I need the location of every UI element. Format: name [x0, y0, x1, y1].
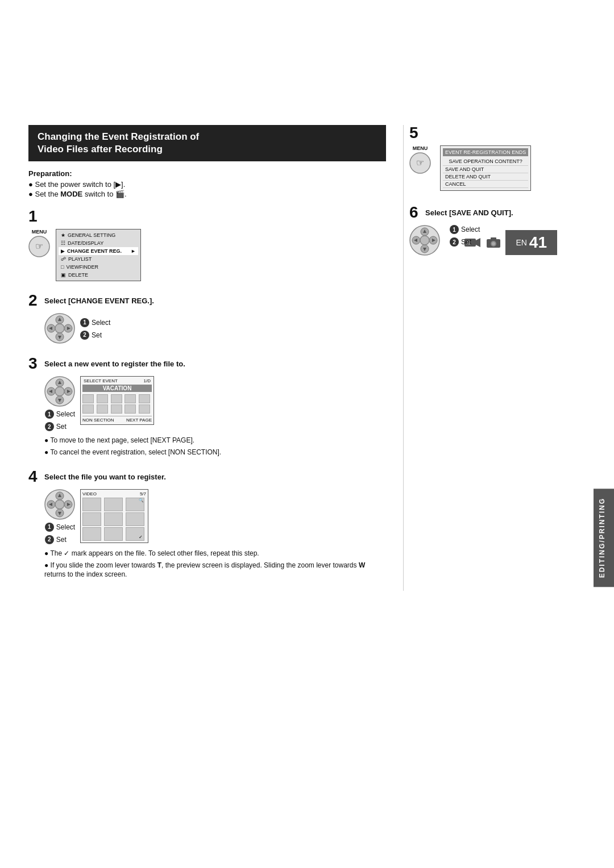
step-4-select: 1 Select [45, 523, 75, 532]
step-6-labels: 1 Select 2 Set [450, 225, 480, 247]
controller-icon-3 [44, 376, 76, 407]
svg-point-24 [55, 387, 64, 396]
step-6-body: 1 Select 2 Set [409, 225, 580, 256]
svg-text:☞: ☞ [416, 158, 424, 168]
step-3-title: Select a new event to register the file … [44, 356, 185, 369]
cancel-row: CANCEL [443, 181, 528, 188]
step-2-number: 2 [28, 293, 41, 308]
step-3-set: 2 Set [45, 422, 75, 431]
menu-item-date: ☷ DATE/DISPLAY [59, 239, 138, 247]
event-grid [82, 394, 152, 414]
menu-hand-icon-1: ☞ [28, 236, 50, 257]
set-label-2: Set [92, 331, 102, 339]
step-2: 2 Select [CHANGE EVENT REG.]. [28, 293, 386, 344]
video-cell-2 [104, 498, 123, 511]
step-5: 5 MENU ☞ EVENT RE-REGISTRATION ENDS [409, 125, 580, 191]
section-title-box: Changing the Event Registration of Video… [28, 125, 386, 161]
event-cell-9 [125, 404, 136, 414]
event-cell-4 [125, 394, 136, 403]
step-4-set: 2 Set [45, 535, 75, 544]
select-event-header: SELECT EVENT 1/D [82, 378, 152, 383]
step-4-body: 1 Select 2 Set [44, 489, 386, 544]
event-cell-5 [139, 394, 150, 403]
side-tab: EDITING/PRINTING [594, 489, 614, 587]
right-column: 5 MENU ☞ EVENT RE-REGISTRATION ENDS [409, 125, 580, 591]
menu-label-1: MENU [32, 229, 47, 235]
step-3-note-1: To move to the next page, select [NEXT P… [44, 436, 386, 445]
next-page-label: NEXT PAGE [126, 418, 152, 423]
step-1-screen: ★ GENERAL SETTING ☷ DATE/DISPLAY ▶ CHANG… [56, 229, 141, 281]
save-op-subtitle: SAVE OPERATION CONTENT? [443, 157, 528, 166]
step-3-select: 1 Select [45, 410, 75, 419]
step-6-title: Select [SAVE AND QUIT]. [425, 205, 513, 218]
step-6-set: 2 Set [450, 237, 480, 247]
step-2-select: 1 Select [80, 318, 110, 327]
svg-text:☞: ☞ [35, 241, 43, 251]
select-label-3: Select [56, 410, 75, 418]
select-label-2: Select [92, 319, 110, 327]
step-5-menu-icon: MENU ☞ [409, 145, 431, 174]
step-4: 4 Select the file you want to register. [28, 469, 386, 579]
step-1: 1 MENU ☞ ★ GENERAL SETTING [28, 208, 386, 281]
video-cell-6 [126, 512, 144, 526]
controller-icon-2 [44, 313, 76, 344]
svg-point-14 [55, 324, 64, 333]
set-label-4: Set [56, 536, 67, 544]
step-2-header: 2 Select [CHANGE EVENT REG.]. [28, 293, 386, 308]
event-cell-8 [111, 404, 122, 414]
step-2-set: 2 Set [80, 331, 110, 340]
step-4-number: 4 [28, 469, 41, 485]
set-label-3: Set [56, 423, 67, 431]
preparation-label: Preparation: [28, 169, 386, 178]
step-2-body: 1 Select 2 Set [44, 313, 386, 344]
video-cell-4 [82, 512, 101, 526]
step-4-notes: The ✓ mark appears on the file. To selec… [44, 549, 386, 579]
step-3-header: 3 Select a new event to register the fil… [28, 356, 386, 372]
controller-icon-4 [44, 489, 76, 520]
menu-hand-icon-5: ☞ [409, 152, 431, 174]
non-section-label: NON SECTION [82, 418, 114, 423]
save-and-quit-row: SAVE AND QUIT [443, 166, 528, 173]
menu-item-playlist: ☍ PLAYLIST [59, 255, 138, 263]
step-3-number: 3 [28, 356, 41, 372]
select-label-4: Select [56, 523, 75, 531]
video-cell-5 [104, 512, 123, 526]
step-1-body: MENU ☞ ★ GENERAL SETTING ☷ DATE/DISPLAY [28, 229, 386, 281]
menu-item-delete: ▣ DELETE [59, 271, 138, 279]
event-cell-1 [82, 394, 94, 403]
select-event-label: SELECT EVENT [84, 378, 118, 383]
step-1-header: 1 [28, 208, 386, 224]
event-cell-7 [97, 404, 108, 414]
step-2-labels: 1 Select 2 Set [80, 318, 110, 340]
menu-item-viewfinder: □ VIEWFINDER [59, 263, 138, 271]
delete-and-quit-row: DELETE AND QUIT [443, 173, 528, 181]
page-container: EN 41 EDITING/PRINTING Changing the Even… [0, 0, 614, 868]
step-6-number: 6 [409, 205, 422, 220]
step-1-number: 1 [28, 208, 41, 224]
event-cell-3 [111, 394, 122, 403]
step-3-labels: 1 Select 2 Set [45, 410, 75, 431]
step-3-body: 1 Select 2 Set [44, 376, 386, 431]
step-4-header: 4 Select the file you want to register. [28, 469, 386, 485]
left-column: Changing the Event Registration of Video… [28, 125, 397, 591]
step-5-body: MENU ☞ EVENT RE-REGISTRATION ENDS SAVE O… [409, 145, 580, 191]
event-cell-2 [97, 394, 108, 403]
re-reg-ends-title: EVENT RE-REGISTRATION ENDS [443, 148, 528, 156]
svg-point-34 [55, 500, 64, 509]
menu-item-change-event: ▶ CHANGE EVENT REG. ► [59, 247, 138, 255]
preparation-item-2: Set the MODE switch to 🎬. [28, 190, 386, 198]
step-4-screen: VIDEO 5/7 [80, 489, 148, 543]
select-event-page: 1/D [144, 378, 151, 383]
step-6-select: 1 Select [450, 225, 480, 234]
step-5-number: 5 [409, 125, 422, 141]
step-3: 3 Select a new event to register the fil… [28, 356, 386, 457]
step-6: 6 Select [SAVE AND QUIT]. [409, 205, 580, 256]
video-cell-3-magnify [126, 498, 144, 511]
circle-1: 1 [80, 318, 89, 327]
column-divider [403, 125, 404, 591]
menu-label-5: MENU [413, 145, 428, 151]
video-label: VIDEO [82, 491, 97, 496]
svg-point-46 [420, 236, 429, 245]
menu-item-general: ★ GENERAL SETTING [59, 231, 138, 239]
video-page: 5/7 [140, 491, 146, 496]
